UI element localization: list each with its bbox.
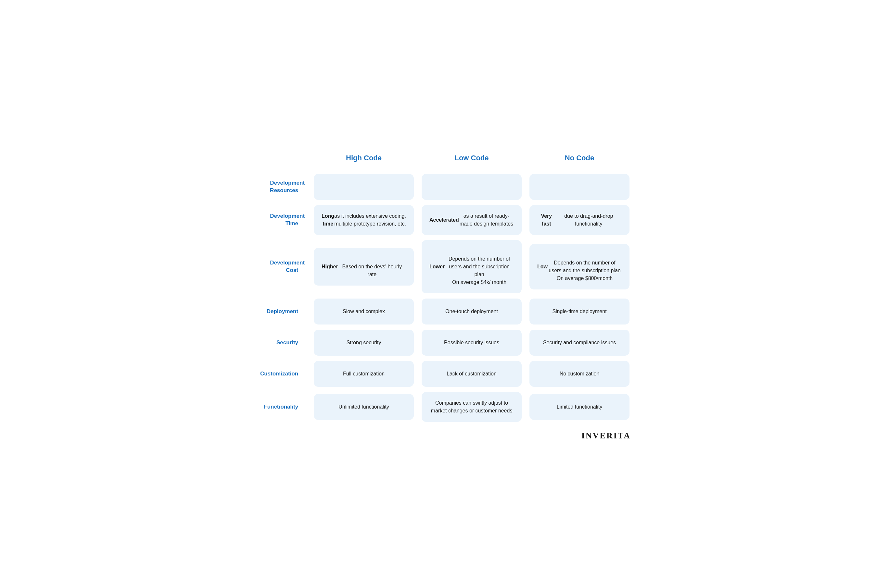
cell-3-2: Single-time deployment <box>525 296 633 327</box>
cell-card <box>530 174 629 200</box>
header-highcode: High Code <box>310 147 418 171</box>
table-row: Development Resources <box>244 171 633 202</box>
cell-card: Accelerated as a result of ready-made de… <box>421 205 522 235</box>
row-label-text: Development Resources <box>270 180 305 194</box>
row-label-text: Development Cost <box>270 260 305 273</box>
row-label-text: Customization <box>260 370 305 377</box>
cell-card <box>314 174 414 200</box>
empty-header <box>244 147 310 171</box>
cell-card: Lack of customization <box>421 361 522 387</box>
row-label-text: Deployment <box>267 308 305 315</box>
row-label-6: Functionality <box>244 389 310 424</box>
cell-card: Possible security issues <box>421 330 522 356</box>
cell-card: One-touch deployment <box>421 298 522 324</box>
cell-card: Companies can swiftly adjust to market c… <box>421 392 522 422</box>
cell-0-0 <box>310 171 418 202</box>
cell-5-2: No customization <box>525 358 633 389</box>
cell-2-0: Higher Based on the devs' hourly rate <box>310 237 418 296</box>
cell-4-0: Strong security <box>310 327 418 358</box>
cell-card <box>421 174 522 200</box>
row-label-text: Development Time <box>270 213 305 226</box>
header-nocode: No Code <box>525 147 633 171</box>
cell-card: Single-time deployment <box>530 298 629 324</box>
row-label-4: Security <box>244 327 310 358</box>
cell-1-0: Long time as it includes extensive codin… <box>310 202 418 237</box>
cell-3-0: Slow and complex <box>310 296 418 327</box>
cell-6-1: Companies can swiftly adjust to market c… <box>418 389 525 424</box>
cell-3-1: One-touch deployment <box>418 296 525 327</box>
row-label-text: Functionality <box>264 404 305 410</box>
cell-0-2 <box>525 171 633 202</box>
cell-2-1: Lower Depends on the number of users and… <box>418 237 525 296</box>
table-row: FunctionalityUnlimited functionalityComp… <box>244 389 633 424</box>
header-row: High Code Low Code No Code <box>244 147 633 171</box>
cell-1-2: Very fast due to drag-and-drop functiona… <box>525 202 633 237</box>
cell-card: Strong security <box>314 330 414 356</box>
cell-card: Long time as it includes extensive codin… <box>314 205 414 235</box>
logo: INVERITA <box>244 424 633 441</box>
row-label-2: Development Cost <box>244 237 310 296</box>
cell-4-2: Security and compliance issues <box>525 327 633 358</box>
row-label-text: Security <box>277 339 305 346</box>
cell-card: Lower Depends on the number of users and… <box>421 240 522 293</box>
table-row: DeploymentSlow and complexOne-touch depl… <box>244 296 633 327</box>
cell-card: Very fast due to drag-and-drop functiona… <box>530 205 629 235</box>
cell-6-2: Limited functionality <box>525 389 633 424</box>
cell-0-1 <box>418 171 525 202</box>
cell-card: Security and compliance issues <box>530 330 629 356</box>
table-row: CustomizationFull customizationLack of c… <box>244 358 633 389</box>
row-label-3: Deployment <box>244 296 310 327</box>
row-label-0: Development Resources <box>244 171 310 202</box>
cell-card: Slow and complex <box>314 298 414 324</box>
cell-1-1: Accelerated as a result of ready-made de… <box>418 202 525 237</box>
table-row: SecurityStrong securityPossible security… <box>244 327 633 358</box>
table-row: Development CostHigher Based on the devs… <box>244 237 633 296</box>
cell-6-0: Unlimited functionality <box>310 389 418 424</box>
cell-card: Full customization <box>314 361 414 387</box>
header-lowcode: Low Code <box>418 147 525 171</box>
row-label-1: Development Time <box>244 202 310 237</box>
cell-2-2: Low Depends on the number of users and t… <box>525 237 633 296</box>
cell-card: Low Depends on the number of users and t… <box>530 244 629 290</box>
cell-card: Higher Based on the devs' hourly rate <box>314 248 414 286</box>
cell-card: No customization <box>530 361 629 387</box>
cell-4-1: Possible security issues <box>418 327 525 358</box>
cell-card: Limited functionality <box>530 394 629 420</box>
cell-5-1: Lack of customization <box>418 358 525 389</box>
page-wrapper: High Code Low Code No Code Development R… <box>244 147 633 441</box>
table-row: Development TimeLong time as it includes… <box>244 202 633 237</box>
cell-card: Unlimited functionality <box>314 394 414 420</box>
comparison-table: High Code Low Code No Code Development R… <box>244 147 633 424</box>
cell-5-0: Full customization <box>310 358 418 389</box>
row-label-5: Customization <box>244 358 310 389</box>
